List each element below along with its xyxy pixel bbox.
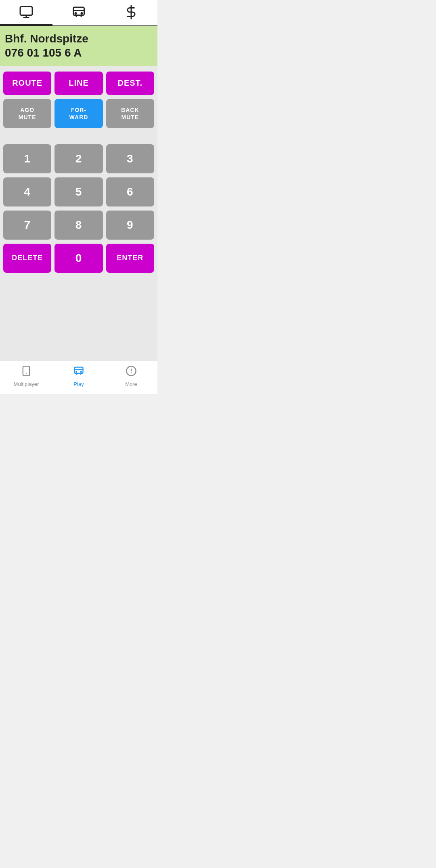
forward-line2: WARD [69,114,88,121]
num-9-button[interactable]: 9 [106,211,154,240]
nav-more[interactable]: More [105,361,157,391]
main-content: ROUTE LINE DEST. AGO MUTE FOR- WARD BACK… [0,66,157,361]
num-6-button[interactable]: 6 [106,177,154,206]
num-8-button[interactable]: 8 [55,211,103,240]
control-buttons-row: AGO MUTE FOR- WARD BACK MUTE [3,99,154,128]
num-5-button[interactable]: 5 [55,177,103,206]
station-header: Bhf. Nordspitze 076 01 105 6 A [0,26,157,66]
dest-button[interactable]: DEST. [106,72,154,95]
tab-bus[interactable] [52,0,105,25]
numpad-row-2: 4 5 6 [3,177,154,206]
tab-monitor[interactable] [0,0,52,25]
station-name: Bhf. Nordspitze [5,32,153,46]
nav-play-label: Play [73,381,84,387]
spacer-1 [3,132,154,140]
svg-rect-7 [23,366,29,375]
ago-mute-line2: MUTE [19,114,36,121]
ago-mute-line1: AGO [20,106,34,114]
multiplayer-icon [21,365,32,379]
tab-price[interactable] [105,0,157,25]
route-button[interactable]: ROUTE [3,72,51,95]
station-code: 076 01 105 6 A [5,46,153,60]
back-mute-line2: MUTE [121,114,139,121]
nav-multiplayer[interactable]: Multiplayer [0,361,52,391]
bottom-nav: Multiplayer Play More [0,361,157,394]
nav-play[interactable]: Play [52,361,105,391]
back-mute-line1: BACK [121,106,139,114]
svg-rect-0 [20,7,32,15]
svg-point-4 [75,13,76,14]
enter-button[interactable]: ENTER [106,244,154,273]
ago-mute-button[interactable]: AGO MUTE [3,99,51,128]
num-0-button[interactable]: 0 [55,244,103,273]
num-7-button[interactable]: 7 [3,211,51,240]
numpad-row-4: DELETE 0 ENTER [3,244,154,273]
mode-buttons-row: ROUTE LINE DEST. [3,72,154,95]
line-button[interactable]: LINE [55,72,103,95]
num-4-button[interactable]: 4 [3,177,51,206]
svg-point-5 [81,13,82,14]
svg-point-10 [76,371,77,372]
delete-button[interactable]: DELETE [3,244,51,273]
num-2-button[interactable]: 2 [55,144,103,173]
numpad-row-1: 1 2 3 [3,144,154,173]
num-1-button[interactable]: 1 [3,144,51,173]
forward-button[interactable]: FOR- WARD [55,99,103,128]
nav-more-label: More [125,381,137,387]
more-icon [126,365,137,379]
top-tab-bar [0,0,157,26]
play-icon [73,365,84,379]
numpad-row-3: 7 8 9 [3,211,154,240]
nav-multiplayer-label: Multiplayer [14,381,39,387]
forward-line1: FOR- [71,106,86,114]
back-mute-button[interactable]: BACK MUTE [106,99,154,128]
num-3-button[interactable]: 3 [106,144,154,173]
svg-point-11 [81,371,82,372]
